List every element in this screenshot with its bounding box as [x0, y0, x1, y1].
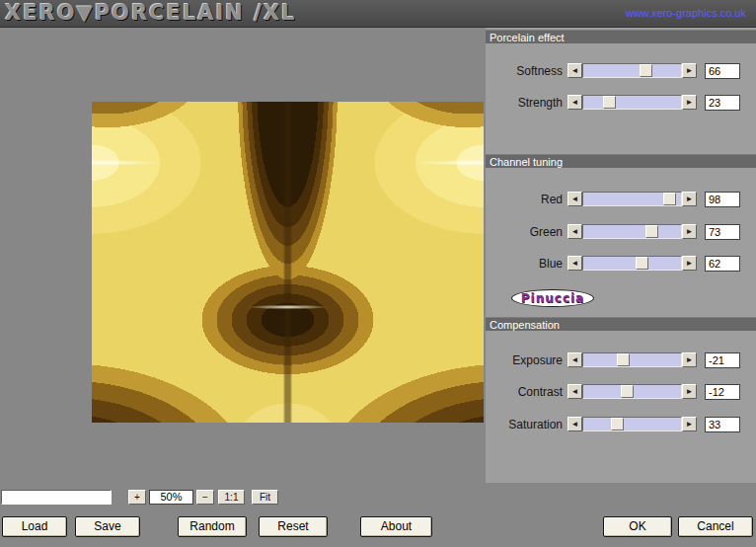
slider-value-field[interactable]: 33 — [705, 417, 740, 432]
slider-thumb[interactable] — [636, 257, 648, 270]
zoom-out-button[interactable]: − — [196, 490, 214, 505]
slider-track[interactable] — [582, 384, 682, 399]
left-arrow-icon: ◄ — [571, 420, 579, 429]
slider-decrement-button[interactable]: ◄ — [567, 192, 582, 206]
slider-row-softness: Softness ◄ ► 66 — [486, 63, 756, 80]
right-arrow-icon: ► — [686, 66, 694, 75]
ok-button[interactable]: OK — [603, 516, 672, 537]
slider-row-green: Green ◄ ► 73 — [486, 224, 756, 241]
slider-track[interactable] — [582, 63, 682, 78]
left-arrow-icon: ◄ — [571, 259, 579, 268]
zoom-in-button[interactable]: + — [128, 490, 146, 505]
slider-track[interactable] — [582, 352, 682, 367]
right-arrow-icon: ► — [686, 355, 694, 364]
slider-increment-button[interactable]: ► — [682, 256, 697, 271]
random-button[interactable]: Random — [178, 516, 247, 537]
slider-track[interactable] — [582, 256, 682, 271]
slider-thumb[interactable] — [640, 64, 652, 77]
slider-value-field[interactable]: -12 — [705, 384, 740, 400]
section-header-channel-tuning: Channel tuning — [486, 154, 756, 168]
slider-decrement-button[interactable]: ◄ — [567, 63, 582, 78]
right-arrow-icon: ► — [686, 259, 694, 268]
about-button[interactable]: About — [360, 516, 432, 537]
slider-increment-button[interactable]: ► — [682, 192, 697, 206]
slider-track[interactable] — [582, 224, 682, 239]
section-header-compensation: Compensation — [486, 317, 756, 331]
slider-value-field[interactable]: 98 — [705, 192, 740, 207]
right-arrow-icon: ► — [686, 420, 694, 429]
slider-track[interactable] — [582, 95, 682, 110]
reset-button[interactable]: Reset — [259, 516, 328, 537]
slider-thumb[interactable] — [617, 353, 630, 366]
pinuccia-logo: Pinuccia — [511, 289, 594, 307]
slider-increment-button[interactable]: ► — [682, 384, 697, 399]
slider-row-exposure: Exposure ◄ ► -21 — [486, 352, 756, 369]
right-arrow-icon: ► — [686, 387, 694, 396]
slider-increment-button[interactable]: ► — [682, 352, 697, 367]
slider-thumb[interactable] — [645, 225, 658, 238]
zoom-actual-size-button[interactable]: 1:1 — [218, 490, 245, 505]
slider-row-saturation: Saturation ◄ ► 33 — [486, 417, 756, 433]
slider-value-field[interactable]: 23 — [705, 95, 740, 111]
left-arrow-icon: ◄ — [571, 355, 579, 364]
left-arrow-icon: ◄ — [571, 66, 579, 75]
slider-value-field[interactable]: 62 — [705, 256, 740, 272]
zoom-level-field[interactable]: 50% — [149, 490, 193, 505]
settings-panel: Porcelain effect Channel tuning Compensa… — [486, 28, 756, 483]
slider-increment-button[interactable]: ► — [682, 224, 697, 239]
slider-thumb[interactable] — [603, 96, 616, 109]
preview-pane[interactable] — [92, 102, 484, 423]
left-arrow-icon: ◄ — [571, 195, 579, 203]
slider-thumb[interactable] — [621, 385, 634, 398]
app-title: XERO▼PORCELAIN /XL — [5, 1, 296, 25]
save-button[interactable]: Save — [75, 516, 140, 537]
slider-decrement-button[interactable]: ◄ — [567, 384, 582, 399]
titlebar: XERO▼PORCELAIN /XL www.xero-graphics.co.… — [0, 0, 756, 28]
slider-label: Exposure — [486, 353, 563, 367]
cancel-button[interactable]: Cancel — [678, 516, 753, 537]
right-arrow-icon: ► — [686, 98, 694, 107]
slider-decrement-button[interactable]: ◄ — [567, 95, 582, 110]
slider-label: Strength — [486, 96, 563, 110]
status-progress-bar — [1, 490, 112, 505]
left-arrow-icon: ◄ — [571, 98, 579, 107]
plugin-window: XERO▼PORCELAIN /XL www.xero-graphics.co.… — [0, 0, 756, 547]
right-arrow-icon: ► — [686, 195, 694, 203]
slider-label: Blue — [486, 257, 563, 271]
slider-row-blue: Blue ◄ ► 62 — [486, 256, 756, 273]
slider-label: Softness — [486, 64, 563, 78]
slider-row-contrast: Contrast ◄ ► -12 — [486, 384, 756, 401]
slider-track[interactable] — [582, 417, 682, 431]
website-link[interactable]: www.xero-graphics.co.uk — [626, 7, 746, 19]
slider-value-field[interactable]: 66 — [705, 63, 740, 79]
slider-value-field[interactable]: -21 — [705, 352, 740, 368]
slider-label: Contrast — [486, 385, 563, 399]
slider-increment-button[interactable]: ► — [682, 63, 697, 78]
load-button[interactable]: Load — [2, 516, 67, 537]
slider-decrement-button[interactable]: ◄ — [567, 417, 582, 431]
slider-track[interactable] — [582, 192, 682, 206]
slider-increment-button[interactable]: ► — [682, 417, 697, 431]
slider-row-strength: Strength ◄ ► 23 — [486, 95, 756, 112]
slider-increment-button[interactable]: ► — [682, 95, 697, 110]
slider-thumb[interactable] — [611, 418, 624, 430]
slider-decrement-button[interactable]: ◄ — [567, 352, 582, 367]
slider-decrement-button[interactable]: ◄ — [567, 224, 582, 239]
left-arrow-icon: ◄ — [571, 387, 579, 396]
slider-decrement-button[interactable]: ◄ — [567, 256, 582, 271]
slider-label: Green — [486, 225, 563, 239]
slider-row-red: Red ◄ ► 98 — [486, 192, 756, 208]
slider-value-field[interactable]: 73 — [705, 224, 740, 240]
left-arrow-icon: ◄ — [571, 227, 579, 236]
slider-thumb[interactable] — [663, 193, 676, 205]
slider-label: Red — [486, 193, 563, 206]
right-arrow-icon: ► — [686, 227, 694, 236]
slider-label: Saturation — [486, 418, 563, 431]
zoom-fit-button[interactable]: Fit — [252, 490, 278, 505]
section-header-porcelain-effect: Porcelain effect — [486, 30, 756, 43]
